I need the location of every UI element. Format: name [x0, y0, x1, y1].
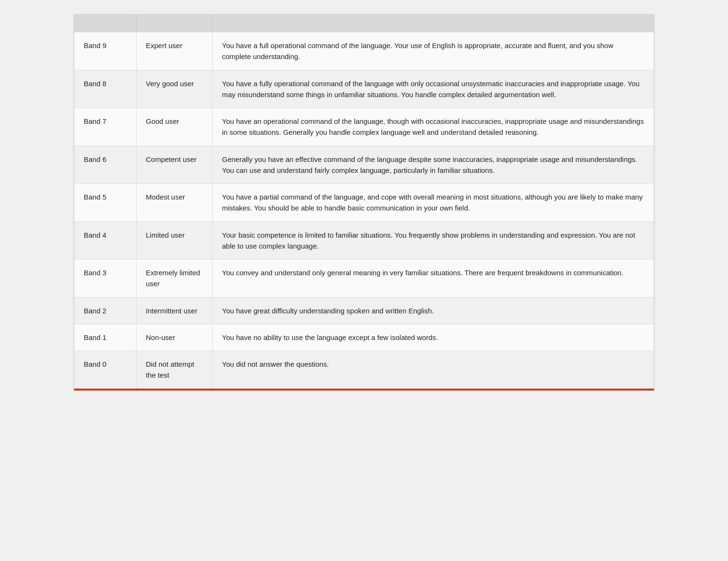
cell-skill-level: Extremely limited user [136, 260, 212, 298]
cell-skill-level: Very good user [136, 70, 212, 108]
cell-description: You convey and understand only general m… [212, 260, 654, 298]
cell-skill-level: Competent user [136, 146, 212, 184]
cell-bandscore: Band 6 [74, 146, 136, 184]
cell-bandscore: Band 5 [74, 184, 136, 222]
cell-bandscore: Band 4 [74, 221, 136, 260]
cell-bandscore: Band 9 [74, 32, 136, 70]
table-row: Band 7Good userYou have an operational c… [74, 108, 654, 146]
table-row: Band 8Very good userYou have a fully ope… [74, 70, 654, 108]
table-row: Band 6Competent userGenerally you have a… [74, 146, 654, 184]
cell-description: You have no ability to use the language … [212, 324, 654, 351]
cell-skill-level: Good user [136, 108, 212, 146]
cell-description: You have a partial command of the langua… [212, 184, 654, 222]
cell-skill-level: Expert user [136, 32, 212, 70]
table-row: Band 9Expert userYou have a full operati… [74, 32, 654, 70]
cell-description: You have a full operational command of t… [212, 32, 654, 70]
cell-skill-level: Intermittent user [136, 297, 212, 324]
cell-skill-level: Non-user [136, 324, 212, 351]
cell-description: You have great difficulty understanding … [212, 297, 654, 324]
cell-bandscore: Band 2 [74, 297, 136, 324]
table-row: Band 1Non-userYou have no ability to use… [74, 324, 654, 351]
cell-description: Your basic competence is limited to fami… [212, 221, 654, 260]
cell-description: You have an operational command of the l… [212, 108, 654, 146]
cell-bandscore: Band 7 [74, 108, 136, 146]
cell-skill-level: Modest user [136, 184, 212, 222]
header-description [212, 15, 654, 32]
ielts-bandscore-table: Band 9Expert userYou have a full operati… [74, 14, 654, 391]
table-row: Band 5Modest userYou have a partial comm… [74, 184, 654, 222]
table-header-row [74, 15, 654, 32]
cell-description: Generally you have an effective command … [212, 146, 654, 184]
cell-skill-level: Did not attempt the test [136, 351, 212, 389]
cell-description: You did not answer the questions. [212, 351, 654, 389]
header-bandscore [74, 15, 136, 32]
cell-bandscore: Band 3 [74, 260, 136, 298]
cell-description: You have a fully operational command of … [212, 70, 654, 108]
table-row: Band 0Did not attempt the testYou did no… [74, 351, 654, 389]
cell-skill-level: Limited user [136, 221, 212, 260]
cell-bandscore: Band 0 [74, 351, 136, 389]
table-row: Band 3Extremely limited userYou convey a… [74, 260, 654, 298]
cell-bandscore: Band 8 [74, 70, 136, 108]
header-skill-level [136, 15, 212, 32]
table-row: Band 2Intermittent userYou have great di… [74, 297, 654, 324]
table-row: Band 4Limited userYour basic competence … [74, 221, 654, 260]
cell-bandscore: Band 1 [74, 324, 136, 351]
